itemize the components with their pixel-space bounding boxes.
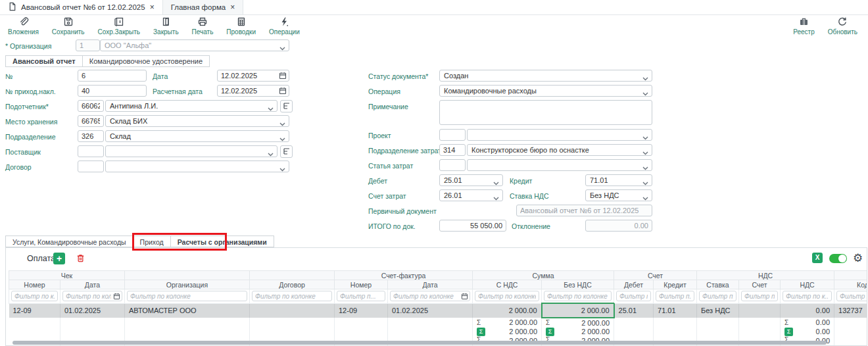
window-tab-main-form[interactable]: Главная форма × xyxy=(163,0,244,14)
vat-rate-select[interactable]: Без НДС xyxy=(585,189,652,201)
date-label: Дата xyxy=(153,72,168,80)
note-textarea[interactable] xyxy=(439,100,652,125)
col-contract[interactable]: Договор xyxy=(250,280,335,289)
status-select[interactable]: Создан xyxy=(439,70,652,82)
close-icon[interactable]: × xyxy=(150,3,155,12)
filter-toggle[interactable] xyxy=(829,254,847,263)
filter-input[interactable] xyxy=(544,291,612,301)
delete-row-button[interactable] xyxy=(74,253,86,264)
horizontal-scrollbar[interactable] xyxy=(12,341,827,345)
refresh-button[interactable]: Обновить xyxy=(821,16,864,36)
postings-button[interactable]: Проводки xyxy=(220,16,262,36)
vat-rate-label: Ставка НДС xyxy=(510,192,549,200)
accountable-select[interactable]: Антипина Л.И. xyxy=(105,100,277,112)
filter-input[interactable] xyxy=(616,291,651,301)
save-button[interactable]: Сохранить xyxy=(45,16,91,36)
cost-item-select[interactable] xyxy=(467,159,652,171)
col-vat[interactable]: НДС xyxy=(781,280,834,289)
col-rate[interactable]: Ставка xyxy=(697,280,739,289)
operations-button[interactable]: Операции xyxy=(262,16,306,36)
cost-department-select[interactable]: Конструкторское бюро по оснастке xyxy=(467,144,652,156)
excel-icon: X xyxy=(815,255,820,261)
col-organization[interactable]: Организация xyxy=(125,280,250,289)
tab-services-travel-expenses[interactable]: Услуги, Командировочные расходы xyxy=(5,235,133,247)
sigma-icon: Σ xyxy=(784,319,788,326)
attachments-button[interactable]: Вложения xyxy=(1,16,45,36)
receipt-num-field[interactable] xyxy=(78,85,147,97)
tab-settlements-with-organizations[interactable]: Расчеты с организациями xyxy=(171,235,274,247)
contract-select[interactable] xyxy=(105,161,289,172)
add-row-button[interactable]: + xyxy=(53,253,65,264)
credit-select[interactable]: 71.01 xyxy=(585,174,652,186)
accountable-code-field[interactable] xyxy=(78,100,104,112)
group-account[interactable]: Счет xyxy=(614,271,697,280)
num-field[interactable] xyxy=(78,70,147,82)
group-amount[interactable]: Сумма xyxy=(473,271,614,280)
filter-input[interactable] xyxy=(783,291,832,301)
date-field[interactable] xyxy=(217,70,289,82)
col-check-date[interactable]: Дата xyxy=(60,280,125,289)
hierarchy-button[interactable] xyxy=(280,145,293,158)
supplier-code-field[interactable] xyxy=(78,145,104,157)
operation-select[interactable]: Командировочные расходы xyxy=(439,85,652,97)
chevron-down-icon xyxy=(642,134,648,141)
cost-account-select[interactable]: 26.01 xyxy=(439,189,503,201)
cost-department-code-field[interactable] xyxy=(439,144,466,156)
group-check[interactable]: Чек xyxy=(9,271,125,280)
filter-input[interactable] xyxy=(11,291,58,301)
filter-input[interactable] xyxy=(127,291,247,301)
calc-date-field[interactable] xyxy=(217,85,289,97)
window-tab-advance-report[interactable]: Авансовый отчет №6 от 12.02.2025 × xyxy=(0,0,163,14)
filter-input[interactable] xyxy=(656,291,694,301)
close-icon[interactable]: × xyxy=(230,3,235,12)
storage-code-field[interactable] xyxy=(78,115,104,127)
organization-code-field[interactable] xyxy=(76,39,100,51)
col-invoice-number[interactable]: Номер xyxy=(335,280,388,289)
tab-receipt[interactable]: Приход xyxy=(133,235,171,247)
filter-input[interactable] xyxy=(337,291,385,301)
filter-input[interactable] xyxy=(741,291,778,301)
hierarchy-button[interactable] xyxy=(280,100,293,112)
settlements-panel: Оплата + X ⚙ Чек Счет-фактура Сумма Счет… xyxy=(5,247,867,346)
project-code-field[interactable] xyxy=(439,129,466,141)
supplier-select[interactable] xyxy=(105,145,277,157)
storage-select[interactable]: Склад БИХ xyxy=(105,115,289,127)
col-code[interactable]: Код ст xyxy=(834,280,867,289)
filter-input[interactable] xyxy=(390,291,470,301)
table-row[interactable]: 12-09 01.02.2025 АВТОМАСТЕР ООО 12-09 01… xyxy=(9,303,868,318)
save-close-button[interactable]: Сохр.Закрыть xyxy=(91,16,147,36)
gear-icon[interactable]: ⚙ xyxy=(853,253,863,264)
selected-cell[interactable]: 2 000.00 xyxy=(542,303,614,318)
print-button[interactable]: Печать xyxy=(185,16,220,36)
debit-select[interactable]: 25.01 xyxy=(439,174,503,186)
group-invoice[interactable]: Счет-фактура xyxy=(335,271,473,280)
project-select[interactable] xyxy=(467,129,652,141)
close-button[interactable]: Закрыть xyxy=(147,16,185,36)
filter-input[interactable] xyxy=(699,291,736,301)
tab-advance-report[interactable]: Авансовый отчет xyxy=(5,55,83,67)
cost-account-label: Счет затрат xyxy=(368,192,406,200)
col-debit[interactable]: Дебет xyxy=(614,280,654,289)
cost-item-code-field[interactable] xyxy=(439,159,466,171)
department-code-field[interactable] xyxy=(78,130,104,142)
total-field[interactable] xyxy=(439,220,506,232)
export-excel-button[interactable]: X xyxy=(812,253,823,263)
col-check-number[interactable]: Номер xyxy=(9,280,60,289)
col-with-vat[interactable]: С НДС xyxy=(473,280,542,289)
col-without-vat[interactable]: Без НДС xyxy=(542,280,614,289)
col-vat-account[interactable]: Счет xyxy=(739,280,781,289)
contract-code-field[interactable] xyxy=(78,161,104,172)
tab-travel-certificate[interactable]: Командировочное удостоверение xyxy=(83,55,210,67)
storage-label: Место хранения xyxy=(5,118,57,126)
filter-input[interactable] xyxy=(252,291,332,301)
col-invoice-date[interactable]: Дата xyxy=(388,280,473,289)
group-vat[interactable]: НДС xyxy=(697,271,834,280)
registry-button[interactable]: Реестр xyxy=(786,16,821,36)
filter-input[interactable] xyxy=(836,291,867,301)
filter-input[interactable] xyxy=(62,291,122,301)
filter-input[interactable] xyxy=(475,291,539,301)
chevron-down-icon xyxy=(279,135,285,142)
col-credit[interactable]: Кредит xyxy=(654,280,697,289)
department-select[interactable]: Склад xyxy=(105,130,289,142)
organization-select[interactable]: ООО "Альфа" xyxy=(100,39,289,51)
